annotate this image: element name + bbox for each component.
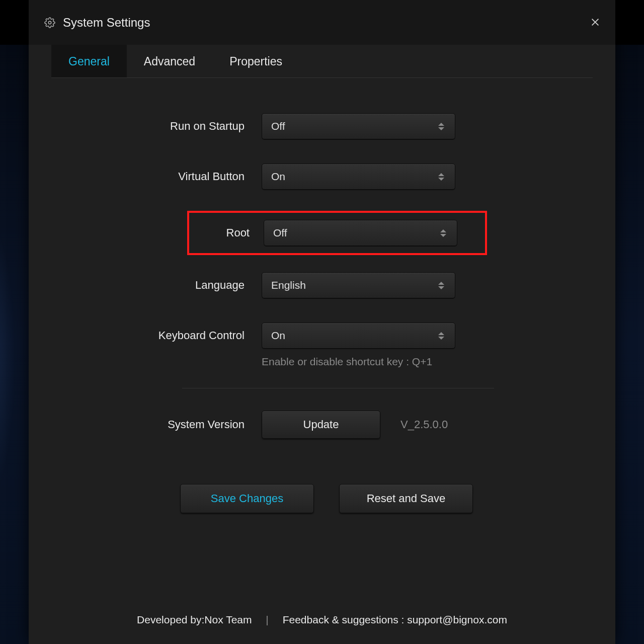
update-button[interactable]: Update xyxy=(262,411,380,439)
label-run-on-startup: Run on Startup xyxy=(51,120,262,133)
chevron-updown-icon xyxy=(437,171,446,182)
label-system-version: System Version xyxy=(51,418,262,431)
select-value: On xyxy=(271,171,285,183)
select-value: On xyxy=(271,330,285,342)
footer-separator: | xyxy=(266,614,268,625)
select-virtual-button[interactable]: On xyxy=(262,164,455,190)
window-title: System Settings xyxy=(63,16,150,30)
keyboard-hint: Enable or disable shortcut key : Q+1 xyxy=(262,356,593,368)
select-value: English xyxy=(271,279,306,291)
footer: Developed by:Nox Team | Feedback & sugge… xyxy=(29,614,615,626)
label-root: Root xyxy=(189,226,264,239)
settings-window: System Settings General Advanced Propert… xyxy=(29,0,615,644)
footer-developed: Developed by:Nox Team xyxy=(137,614,252,625)
tab-properties[interactable]: Properties xyxy=(212,45,299,77)
tab-advanced[interactable]: Advanced xyxy=(127,45,212,77)
select-root[interactable]: Off xyxy=(264,220,457,246)
select-language[interactable]: English xyxy=(262,272,455,298)
gear-icon xyxy=(44,17,56,29)
select-keyboard-control[interactable]: On xyxy=(262,323,455,349)
tabs: General Advanced Properties xyxy=(51,45,593,78)
select-value: Off xyxy=(271,120,285,132)
label-language: Language xyxy=(51,279,262,292)
chevron-updown-icon xyxy=(437,330,446,341)
highlighted-root-row: Root Off xyxy=(187,211,487,255)
select-run-on-startup[interactable]: Off xyxy=(262,113,455,139)
form-area: Run on Startup Off Virtual Button On Roo… xyxy=(51,78,593,513)
close-button[interactable] xyxy=(588,15,602,29)
select-value: Off xyxy=(273,227,287,239)
label-virtual-button: Virtual Button xyxy=(51,170,262,183)
footer-feedback: Feedback & suggestions : support@bignox.… xyxy=(283,614,507,625)
chevron-updown-icon xyxy=(437,121,446,132)
chevron-updown-icon xyxy=(439,227,448,238)
label-keyboard-control: Keyboard Control xyxy=(51,329,262,342)
tab-general[interactable]: General xyxy=(51,45,127,77)
version-text: V_2.5.0.0 xyxy=(400,418,448,431)
divider xyxy=(182,388,494,388)
reset-and-save-button[interactable]: Reset and Save xyxy=(339,484,473,513)
svg-point-0 xyxy=(48,21,51,24)
save-changes-button[interactable]: Save Changes xyxy=(180,484,314,513)
titlebar: System Settings xyxy=(29,0,615,45)
chevron-updown-icon xyxy=(437,280,446,291)
